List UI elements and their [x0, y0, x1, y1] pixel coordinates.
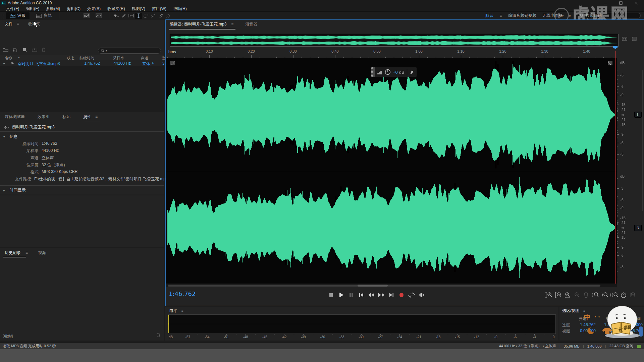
view-start[interactable]: 0:00.000 — [569, 328, 596, 333]
selection-view-title[interactable]: 选区/视图 — [562, 308, 579, 314]
rewind-button[interactable] — [367, 291, 376, 299]
lasso-selection-tool[interactable] — [150, 13, 157, 19]
levels-title[interactable]: 电平 — [169, 308, 177, 314]
menu-item-3[interactable]: 剪辑(C) — [63, 6, 84, 12]
waveform-view-button[interactable]: 波形 — [6, 12, 30, 19]
status-meter-icon[interactable] — [637, 344, 641, 348]
slip-tool[interactable] — [127, 13, 135, 19]
waveform-display[interactable] — [166, 58, 617, 284]
workspace-menu-icon[interactable]: ≡ — [499, 13, 502, 18]
selection-start[interactable]: 1:46.762 — [569, 322, 596, 327]
skip-start-button[interactable] — [357, 291, 366, 299]
info-section-header[interactable]: 信息 — [10, 134, 18, 139]
col-status[interactable]: 状态 — [67, 56, 74, 61]
files-column-header[interactable]: 名称 ▲ 状态 持续时间 采样率 声道 位 — [0, 55, 164, 60]
overview-waveform[interactable] — [170, 34, 619, 47]
hud-gain-value[interactable]: +0 — [393, 70, 398, 75]
move-tool[interactable] — [113, 13, 120, 19]
menu-item-8[interactable]: 帮助(H) — [170, 6, 190, 12]
multitrack-view-button[interactable]: 多轨 — [32, 12, 56, 19]
file-row[interactable]: ▸ 秦时明月-飞雪玉花.mp3 1:46.762 44100 Hz 立体声 3 — [0, 60, 164, 66]
maximize-button[interactable] — [613, 0, 629, 6]
toolbar-grip[interactable] — [1, 13, 3, 19]
paintbrush-tool[interactable] — [157, 13, 164, 19]
loop-playback-button[interactable] — [407, 291, 416, 299]
amplitude-ruler[interactable]: dB-∞-3-3-6-6-9-9-15-15-21-21dB-∞-3-3-6-6… — [617, 49, 632, 284]
disclosure-chevron-icon[interactable]: ▸ — [3, 61, 5, 65]
level-meter[interactable] — [168, 314, 556, 334]
zoom-reset-button[interactable] — [582, 291, 590, 299]
section-expand-chevron-icon[interactable]: ▸ — [3, 189, 5, 192]
minimize-button[interactable] — [598, 0, 613, 6]
fast-forward-button[interactable] — [377, 291, 386, 299]
workspace-default[interactable]: 默认 — [485, 13, 493, 18]
tab-media-browser[interactable]: 媒体浏览器 — [5, 114, 25, 120]
menu-item-0[interactable]: 文件(F) — [3, 6, 22, 12]
waveform-horizontal-scrollbar[interactable] — [166, 284, 617, 287]
zoom-selection-button[interactable] — [610, 291, 619, 299]
tab-properties[interactable]: 属性 — [83, 114, 91, 120]
playhead-handle[interactable] — [613, 46, 618, 49]
menu-item-2[interactable]: 多轨(M) — [43, 6, 63, 12]
zoom-in-horizontal-button[interactable] — [563, 291, 572, 299]
selection-view-menu-icon[interactable]: ≡ — [583, 309, 586, 313]
close-button[interactable] — [629, 0, 644, 6]
spectral-pitch-button[interactable] — [95, 13, 102, 19]
tab-video[interactable]: 视频 — [38, 250, 46, 256]
hud-grip-handle[interactable] — [371, 67, 375, 77]
zoom-out-horizontal-button[interactable] — [572, 291, 581, 299]
zoom-in-point-button[interactable] — [591, 291, 600, 299]
tab-favorites[interactable]: 收藏夹 — [28, 21, 40, 27]
channel-right-badge[interactable]: R — [634, 225, 642, 231]
razor-tool[interactable] — [120, 13, 127, 19]
tab-history[interactable]: 历史记录 — [5, 250, 21, 256]
workspace-edit-audio-video[interactable]: 编辑音频到视频 — [508, 13, 536, 18]
history-panel-menu-icon[interactable]: ≡ — [25, 250, 28, 255]
gain-knob-icon[interactable] — [385, 69, 391, 75]
tab-editor[interactable]: 编辑器: 秦时明月-飞雪玉花.mp3 — [170, 21, 226, 27]
tab-mixer[interactable]: 混音器 — [245, 21, 257, 27]
col-samplerate[interactable]: 采样率 — [113, 56, 124, 61]
pause-button[interactable] — [347, 291, 356, 299]
menu-item-7[interactable]: 窗口(W) — [149, 6, 170, 12]
editor-panel-menu-icon[interactable]: ≡ — [231, 22, 234, 26]
fade-out-handle[interactable] — [608, 61, 612, 65]
spot-healing-brush-tool[interactable] — [164, 13, 172, 19]
new-item-icon[interactable] — [22, 48, 28, 52]
fade-in-handle[interactable] — [170, 61, 175, 65]
play-button[interactable] — [337, 291, 345, 299]
section-collapse-chevron-icon[interactable]: ▾ — [3, 135, 5, 138]
skip-selection-button[interactable] — [417, 291, 426, 299]
zoom-in-vertical-button[interactable] — [544, 291, 553, 299]
selection-duration[interactable]: 0:00.000 — [616, 322, 643, 327]
vertical-scrollbar[interactable] — [642, 70, 643, 211]
skip-end-button[interactable] — [387, 291, 396, 299]
tab-files[interactable]: 文件 — [5, 21, 13, 27]
menu-item-5[interactable]: 收藏夹(R) — [104, 6, 128, 12]
open-file-icon[interactable] — [3, 48, 8, 52]
import-file-icon[interactable] — [12, 48, 18, 52]
workspace-radio[interactable]: 无线电作品 — [542, 13, 562, 18]
col-bits[interactable]: 位 — [161, 56, 165, 61]
tab-markers[interactable]: 标记 — [62, 114, 70, 120]
volume-hud[interactable]: +0 dB — [371, 67, 417, 77]
hud-pin-icon[interactable] — [410, 70, 414, 74]
stop-button[interactable] — [327, 291, 335, 299]
zoom-amplitude-button[interactable] — [629, 291, 637, 299]
help-search-input[interactable]: 搜索帮助 — [577, 13, 641, 18]
zoom-out-vertical-button[interactable] — [553, 291, 562, 299]
menu-item-1[interactable]: 编辑(E) — [22, 6, 43, 12]
time-display-section-header[interactable]: 时间显示 — [10, 187, 26, 193]
menu-item-4[interactable]: 效果(S) — [84, 6, 104, 12]
spectral-frequency-button[interactable] — [83, 13, 90, 19]
zoom-out-point-button[interactable] — [600, 291, 609, 299]
properties-panel-menu-icon[interactable]: ≡ — [95, 114, 98, 119]
overview-settings-icon[interactable] — [632, 37, 637, 41]
marquee-selection-tool[interactable] — [142, 13, 150, 19]
playhead-line[interactable] — [615, 51, 615, 284]
levels-panel-menu-icon[interactable]: ≡ — [181, 309, 184, 313]
view-duration[interactable]: 1:46.762 — [616, 328, 643, 333]
time-selection-tool[interactable] — [135, 13, 142, 19]
channel-left-badge[interactable]: L — [634, 112, 642, 118]
record-button[interactable] — [397, 291, 406, 299]
